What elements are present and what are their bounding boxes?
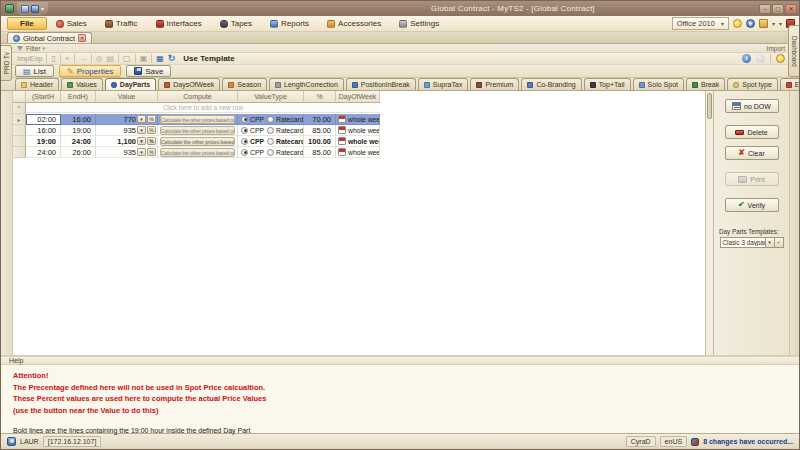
cell-starth[interactable]: 16:00 [26, 125, 61, 136]
radio-ratecard[interactable]: Ratecard [267, 127, 304, 134]
cell-dayofweek[interactable]: whole week [336, 125, 380, 136]
cell-dayofweek[interactable]: whole week [336, 136, 380, 147]
add-row[interactable]: Click here to add a new row [26, 103, 380, 113]
cell-starth[interactable]: 19:00 [26, 136, 61, 147]
tab-daysofweek[interactable]: DaysOfWeek [158, 78, 220, 90]
row-selector[interactable] [13, 136, 26, 147]
tab-header[interactable]: Header [15, 78, 59, 90]
row-selector[interactable] [13, 125, 26, 136]
no-dow-button[interactable]: no DOW [725, 99, 779, 113]
col-header-valuetype[interactable]: ValueType [238, 91, 304, 103]
tab-values[interactable]: Values [61, 78, 103, 90]
filter-caret-icon[interactable]: ▾ [42, 45, 45, 51]
channel-side-tab[interactable]: PRO Tv [1, 45, 12, 81]
ribbon-tab-interfaces[interactable]: Interfaces [147, 17, 211, 30]
info-icon[interactable]: i [742, 54, 751, 63]
scrollbar-thumb[interactable] [707, 93, 712, 119]
tab-solospot[interactable]: Solo Spot [633, 78, 684, 90]
add-row-icon[interactable]: + [65, 54, 70, 63]
cell-dayofweek[interactable]: whole week [336, 114, 380, 125]
office-style-selector[interactable]: Office 2010▾ [672, 17, 729, 30]
template-book-icon[interactable]: ▦ [156, 54, 164, 63]
cell-percent[interactable]: 70.00 [304, 114, 336, 125]
value-compute-button[interactable]: % [147, 115, 156, 123]
radio-cpp[interactable]: CPP [241, 149, 264, 156]
save-button[interactable]: Save [126, 65, 171, 77]
value-compute-button[interactable]: % [147, 126, 156, 134]
cell-value[interactable]: 1,100▾% [96, 136, 158, 147]
cell-endh[interactable]: 16:00 [61, 114, 96, 125]
value-compute-button[interactable]: % [147, 137, 156, 145]
doc-tab-close-icon[interactable]: ✕ [78, 34, 86, 42]
print-button[interactable]: Print [725, 172, 779, 186]
impexp-button[interactable]: ImpExp [17, 54, 42, 63]
cell-percent[interactable]: 100.00 [304, 136, 336, 147]
minimize-button[interactable]: – [759, 4, 771, 14]
cell-endh[interactable]: 24:00 [61, 136, 96, 147]
quick-access-caret-icon[interactable]: ▾ [41, 5, 44, 12]
maximize-button[interactable]: ▢ [772, 4, 784, 14]
compute-prices-button[interactable]: Calculate the other prices based on % [160, 148, 235, 157]
hint-bulb-icon[interactable] [776, 54, 785, 63]
value-dropdown-button[interactable]: ▾ [137, 137, 146, 145]
filter-label[interactable]: Filter [26, 45, 40, 52]
radio-cpp[interactable]: CPP [241, 116, 264, 123]
cell-dayofweek[interactable]: whole week [336, 147, 380, 158]
clear-button[interactable]: ✘Clear [725, 146, 779, 160]
tab-lengthcorrection[interactable]: LengthCorrection [269, 78, 344, 90]
radio-cpp[interactable]: CPP [241, 127, 264, 134]
col-header-dayofweek[interactable]: DayOfWeek [336, 91, 380, 103]
templates-dropdown-icon[interactable]: ▾ [765, 238, 774, 247]
col-header-endh[interactable]: EndH) [61, 91, 96, 103]
tab-dayparts[interactable]: DayParts [105, 78, 156, 90]
ribbon-tab-file[interactable]: File [7, 17, 47, 30]
value-dropdown-button[interactable]: ▾ [137, 115, 146, 123]
tab-season[interactable]: Season [222, 78, 267, 90]
help-circle-icon[interactable] [756, 54, 765, 63]
status-changes[interactable]: 8 changes have occurred... [703, 438, 793, 445]
tips-bulb-icon[interactable] [733, 19, 742, 28]
cell-value[interactable]: 770▾% [96, 114, 158, 125]
tab-positioninbreak[interactable]: PositionInBreak [346, 78, 416, 90]
col-header-starth[interactable]: (StartH [26, 91, 61, 103]
properties-button[interactable]: ✎Properties [59, 65, 121, 77]
ribbon-tab-settings[interactable]: Settings [390, 17, 448, 30]
ribbon-tab-traffic[interactable]: Traffic [96, 17, 147, 30]
cell-percent[interactable]: 85.00 [304, 147, 336, 158]
tab-premium[interactable]: Premium [470, 78, 519, 90]
help-panel-header[interactable]: Help [1, 355, 799, 365]
list-view-icon[interactable]: ▤ [107, 54, 115, 63]
row-selector[interactable]: ▸ [13, 114, 26, 125]
col-header-percent[interactable]: % [304, 91, 336, 103]
doc-tab-global-contract[interactable]: Global Contract ✕ [7, 32, 92, 43]
radio-ratecard[interactable]: Ratecard [267, 138, 304, 145]
cell-percent[interactable]: 85.00 [304, 125, 336, 136]
radio-ratecard[interactable]: Ratecard [267, 116, 304, 123]
value-compute-button[interactable]: % [147, 148, 156, 156]
status-language-indicator[interactable]: enUS [660, 436, 688, 447]
dashboard-side-tab[interactable]: Dashboard [788, 25, 799, 77]
tab-extrainfo[interactable]: ExtraInfo [780, 78, 800, 90]
delete-row-icon[interactable]: ▯ [51, 54, 55, 63]
compute-prices-button[interactable]: Calculate the other prices based on % [160, 137, 235, 146]
value-dropdown-button[interactable]: ▾ [137, 148, 146, 156]
import-label[interactable]: Import [767, 45, 785, 52]
next-row-icon[interactable]: → [79, 54, 87, 63]
value-dropdown-button[interactable]: ▾ [137, 126, 146, 134]
list-button[interactable]: ▤List [15, 65, 54, 77]
folder-icon[interactable] [759, 19, 768, 28]
templates-combobox[interactable]: Clasic 3 dayparts ... ▾ ✓ [720, 237, 784, 248]
radio-cpp[interactable]: CPP [241, 138, 264, 145]
refresh-icon[interactable]: ↻ [168, 54, 176, 63]
ribbon-tab-reports[interactable]: Reports [261, 17, 318, 30]
col-header-value[interactable]: Value [96, 91, 158, 103]
ribbon-tab-accessories[interactable]: Accessories [318, 17, 390, 30]
templates-apply-icon[interactable]: ✓ [774, 238, 783, 247]
cell-endh[interactable]: 26:00 [61, 147, 96, 158]
compute-prices-button[interactable]: Calculate the other prices based on % [160, 115, 235, 124]
quick-undo-icon[interactable] [31, 5, 39, 13]
tools-caret-icon[interactable]: ▾ [779, 20, 782, 27]
compute-prices-button[interactable]: Calculate the other prices based on % [160, 126, 235, 135]
cell-starth[interactable]: 02:00 [26, 114, 61, 125]
delete-button[interactable]: Delete [725, 125, 779, 139]
